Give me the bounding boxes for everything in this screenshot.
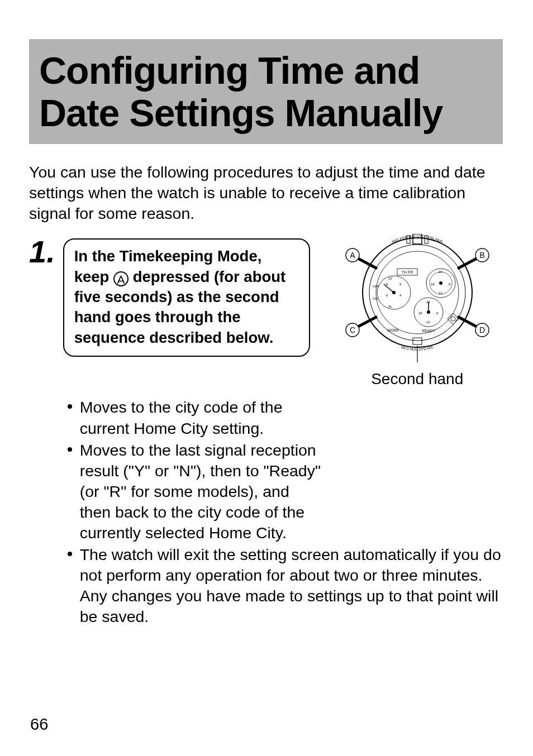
subdial-18r: 18: [431, 283, 435, 286]
subdial-8: 8: [386, 283, 388, 286]
day-label: TH FR: [401, 270, 413, 274]
second-hand-label: Second hand: [322, 370, 512, 388]
step-content: In the Timekeeping Mode, keep A depresse…: [63, 238, 512, 628]
subdial-6b: 6: [436, 312, 439, 315]
subdial-4: 4: [399, 294, 402, 297]
subdial-6r: 6: [449, 283, 451, 286]
svg-point-1: [369, 245, 465, 341]
bullet-item: The watch will exit the setting screen a…: [68, 544, 509, 627]
svg-text:D: D: [479, 326, 485, 334]
watch-diagram-icon: RIO FER RAI UTC LON PAR WLG NOU SYD ADL …: [326, 234, 509, 367]
svg-point-24: [439, 281, 442, 285]
bullet-text: Moves to the city code of the current Ho…: [80, 397, 325, 438]
subdial-6l: 6: [386, 294, 388, 297]
button-c-marker: C: [346, 317, 377, 337]
svg-line-11: [458, 259, 477, 269]
svg-rect-30: [413, 338, 422, 344]
al-label: AL: [388, 305, 393, 308]
bullet-icon: [68, 404, 72, 409]
watch-diagram-area: RIO FER RAI UTC LON PAR WLG NOU SYD ADL …: [322, 234, 512, 388]
bullet-text: Moves to the last signal reception resul…: [80, 440, 325, 543]
svg-line-20: [384, 284, 394, 293]
bullet-icon: [68, 447, 72, 452]
city-codes-top: RIO FER RAI UTC LON PAR: [391, 235, 443, 244]
button-d-marker: D: [458, 317, 489, 337]
step-number: 1.: [29, 236, 55, 267]
bullet-list: Moves to the city code of the current Ho…: [68, 397, 509, 627]
instruction-box: In the Timekeeping Mode, keep A depresse…: [63, 238, 310, 356]
bullet-item: Moves to the last signal reception resul…: [68, 440, 325, 543]
bullet-text: The watch will exit the setting screen a…: [80, 544, 509, 627]
on-label: ON: [373, 297, 378, 300]
subdial-12b: 12: [426, 320, 430, 324]
ready-label: READY: [422, 329, 435, 333]
subdial-18b: 18: [418, 312, 422, 315]
step-1: 1. In the Timekeeping Mode, keep A depre…: [29, 238, 503, 628]
button-b-marker: B: [458, 248, 489, 269]
off-label: OFF: [373, 285, 379, 288]
button-a-marker: A: [346, 248, 377, 269]
subdial-12r: 12: [439, 291, 442, 295]
subdial-24b: 24: [426, 300, 430, 304]
svg-text:C: C: [350, 326, 355, 334]
bullet-icon: [68, 552, 72, 556]
button-a-inline-icon: A: [113, 271, 129, 286]
svg-point-0: [363, 238, 472, 347]
subdial-2: 2: [399, 283, 402, 286]
instruction-row: In the Timekeeping Mode, keep A depresse…: [63, 238, 512, 388]
bullet-item: Moves to the city code of the current Ho…: [68, 397, 325, 438]
intro-paragraph: You can use the following procedures to …: [29, 162, 503, 224]
svg-point-29: [451, 317, 455, 321]
st-label: ST: [388, 277, 393, 280]
svg-line-17: [458, 317, 477, 327]
subdial-24r: 24: [439, 270, 442, 274]
svg-line-8: [358, 259, 377, 269]
svg-line-14: [358, 317, 377, 327]
page-title: Configuring Time and Date Settings Manua…: [39, 49, 493, 134]
svg-text:B: B: [479, 251, 484, 260]
heading-banner: Configuring Time and Date Settings Manua…: [29, 39, 503, 144]
work-label: WORK: [387, 328, 399, 332]
svg-text:A: A: [350, 251, 355, 260]
page-number: 66: [30, 715, 48, 734]
